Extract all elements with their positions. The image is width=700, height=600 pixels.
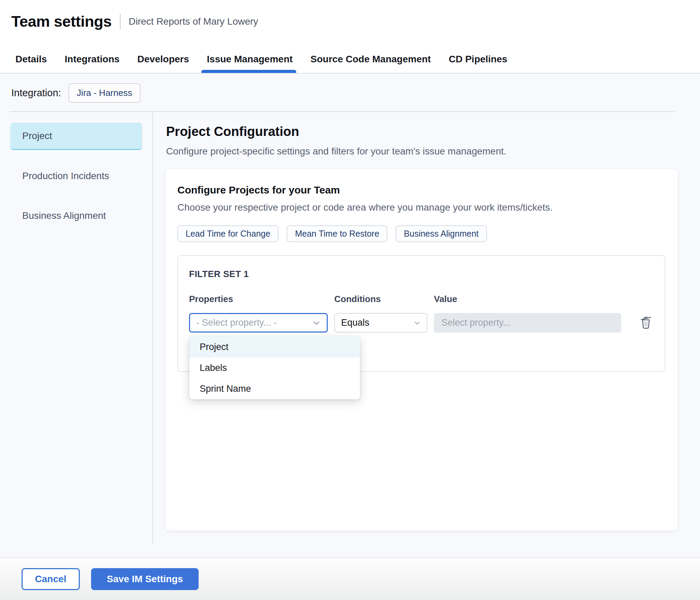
cancel-button[interactable]: Cancel	[22, 568, 80, 590]
filter-row: - Select property... - Project Labels Sp…	[189, 313, 654, 333]
filter-set-title: FILTER SET 1	[189, 269, 654, 279]
dropdown-option-sprint-name[interactable]: Sprint Name	[189, 378, 360, 399]
metric-chips: Lead Time for Change Mean Time to Restor…	[177, 225, 665, 242]
title-row: Team settings Direct Reports of Mary Low…	[0, 0, 700, 30]
column-header-conditions: Conditions	[334, 294, 427, 304]
conditions-select[interactable]: Equals	[334, 313, 427, 333]
properties-dropdown: Project Labels Sprint Name	[189, 337, 360, 399]
chevron-down-icon	[312, 318, 321, 328]
team-settings-page: Team settings Direct Reports of Mary Low…	[0, 0, 700, 600]
integration-row: Integration: Jira - Harness	[0, 74, 700, 112]
tab-cd-pipelines[interactable]: CD Pipelines	[449, 50, 507, 73]
column-header-properties: Properties	[189, 294, 328, 304]
tab-source-code-management[interactable]: Source Code Management	[311, 50, 431, 73]
page-title: Team settings	[11, 13, 112, 30]
sidebar-item-business-alignment[interactable]: Business Alignment	[10, 202, 142, 229]
tab-developers[interactable]: Developers	[137, 50, 189, 73]
header: Team settings Direct Reports of Mary Low…	[0, 0, 700, 74]
card-subtitle: Choose your respective project or code a…	[177, 202, 665, 213]
project-config-card: Configure Projects for your Team Choose …	[165, 169, 677, 530]
dropdown-option-project[interactable]: Project	[189, 337, 360, 358]
save-button[interactable]: Save IM Settings	[91, 568, 199, 590]
section-title: Project Configuration	[166, 124, 677, 139]
conditions-value: Equals	[341, 317, 370, 328]
delete-filter-button[interactable]	[637, 313, 654, 333]
filter-column-headers: Properties Conditions Value	[189, 294, 654, 304]
tab-integrations[interactable]: Integrations	[65, 50, 120, 73]
card-title: Configure Projects for your Team	[177, 184, 665, 196]
tab-bar: Details Integrations Developers Issue Ma…	[0, 50, 700, 73]
main-content: Project Configuration Configure project-…	[153, 112, 700, 557]
sidebar-item-project[interactable]: Project	[10, 123, 142, 150]
chip-mean-time-to-restore[interactable]: Mean Time to Restore	[287, 225, 387, 242]
chevron-down-icon	[413, 319, 421, 327]
body: Project Production Incidents Business Al…	[0, 112, 700, 557]
properties-select[interactable]: - Select property... - Project Labels Sp…	[189, 313, 328, 333]
integration-label: Integration:	[11, 87, 61, 99]
chip-business-alignment[interactable]: Business Alignment	[396, 225, 487, 242]
dropdown-option-labels[interactable]: Labels	[189, 358, 360, 378]
tab-issue-management[interactable]: Issue Management	[207, 50, 293, 73]
properties-placeholder: - Select property... -	[196, 317, 277, 328]
sidebar-item-production-incidents[interactable]: Production Incidents	[10, 162, 142, 190]
tab-details[interactable]: Details	[15, 50, 47, 73]
page-subtitle: Direct Reports of Mary Lowery	[129, 16, 258, 27]
column-header-value: Value	[434, 294, 621, 304]
value-input[interactable]	[434, 313, 621, 333]
filter-set-1: FILTER SET 1 Properties Conditions Value…	[177, 255, 665, 372]
title-divider	[120, 14, 121, 29]
footer-action-bar: Cancel Save IM Settings	[0, 557, 700, 600]
chip-lead-time-for-change[interactable]: Lead Time for Change	[177, 225, 278, 242]
sidebar: Project Production Incidents Business Al…	[0, 112, 153, 557]
trash-icon	[639, 314, 653, 330]
section-subtitle: Configure project-specific settings and …	[166, 146, 677, 157]
integration-chip[interactable]: Jira - Harness	[68, 83, 140, 103]
